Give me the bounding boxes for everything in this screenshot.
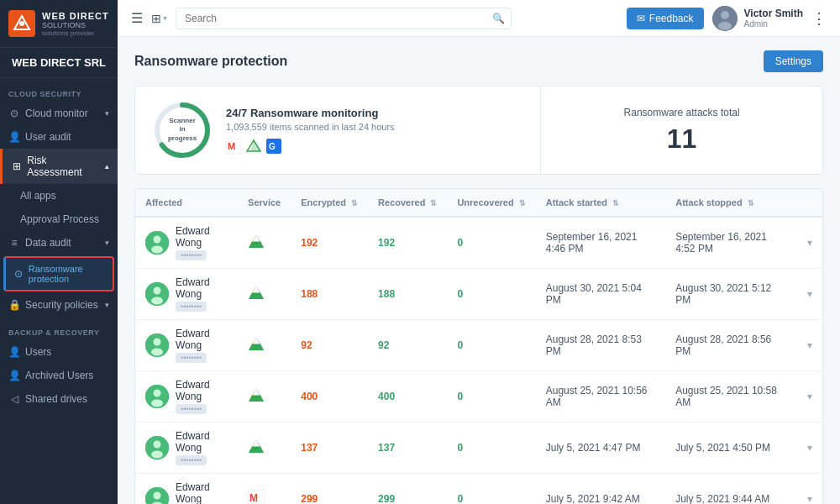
section-backup-recovery: BACKUP & RECOVERY bbox=[0, 317, 118, 340]
user-name-cell: Edward Wong bbox=[176, 276, 228, 300]
svg-point-38 bbox=[151, 400, 163, 407]
user-sub: •••••••• bbox=[176, 353, 207, 363]
sidebar-item-all-apps[interactable]: All apps bbox=[0, 184, 118, 207]
user-name-cell: Edward Wong bbox=[176, 481, 228, 504]
encrypted-value: 137 bbox=[301, 442, 318, 454]
sidebar-item-data-audit[interactable]: ≡ Data audit ▾ bbox=[0, 231, 118, 255]
svg-text:G: G bbox=[269, 142, 276, 151]
sidebar-item-approval-process[interactable]: Approval Process bbox=[0, 207, 118, 231]
svg-point-1 bbox=[19, 21, 24, 26]
archived-users-icon: 👤 bbox=[8, 370, 20, 381]
sidebar-item-user-audit[interactable]: 👤 User audit bbox=[0, 125, 118, 149]
cell-attack-started: August 30, 2021 5:04 PM bbox=[536, 269, 665, 320]
sidebar-item-label: Data audit bbox=[25, 237, 71, 249]
sidebar-item-archived-users[interactable]: 👤 Archived Users bbox=[0, 364, 118, 387]
cell-expand[interactable]: ▾ bbox=[797, 423, 822, 474]
data-audit-icon: ≡ bbox=[8, 237, 20, 249]
logo-title: WEB DIRECT bbox=[42, 11, 109, 21]
topbar-right: ✉ Feedback Victor Smith Admin ⋮ bbox=[627, 6, 827, 31]
user-name-cell: Edward Wong bbox=[176, 379, 228, 402]
col-recovered[interactable]: Recovered ⇅ bbox=[368, 189, 447, 217]
user-audit-icon: 👤 bbox=[8, 131, 20, 143]
sidebar-item-label: Security policies bbox=[25, 299, 98, 311]
user-role: Admin bbox=[744, 19, 803, 29]
encrypted-value: 188 bbox=[301, 288, 318, 300]
search-input[interactable] bbox=[176, 8, 512, 29]
attacks-label: Ransomware attacks total bbox=[624, 107, 740, 118]
gdrive-row-icon bbox=[248, 438, 265, 455]
svg-point-31 bbox=[151, 349, 163, 356]
unrecovered-value: 0 bbox=[457, 442, 463, 454]
sidebar-item-label: Approval Process bbox=[20, 213, 99, 225]
cell-attack-started: August 28, 2021 8:53 PM bbox=[536, 320, 665, 371]
unrecovered-value: 0 bbox=[457, 391, 463, 402]
sidebar-item-cloud-monitor[interactable]: ⊙ Cloud monitor ▾ bbox=[0, 102, 118, 125]
brand-name: WEB DIRECT SRL bbox=[0, 48, 118, 78]
user-name-block: Edward Wong •••••••• bbox=[176, 225, 228, 260]
expand-icon[interactable]: ▾ bbox=[807, 493, 812, 504]
main-content: ☰ ⊞ ▾ 🔍 ✉ Feedback bbox=[118, 0, 840, 504]
col-encrypted[interactable]: Encrypted ⇅ bbox=[291, 189, 368, 217]
hamburger-icon[interactable]: ☰ bbox=[131, 10, 143, 26]
more-options-icon[interactable]: ⋮ bbox=[811, 9, 827, 28]
sidebar-item-users[interactable]: 👤 Users bbox=[0, 340, 118, 364]
ransomware-icon: ⊙ bbox=[14, 268, 24, 280]
svg-point-4 bbox=[718, 22, 732, 30]
encrypted-value: 92 bbox=[301, 339, 312, 351]
expand-icon[interactable]: ▾ bbox=[807, 237, 812, 249]
col-attack-stopped[interactable]: Attack stopped ⇅ bbox=[665, 189, 797, 217]
cloud-monitor-icon: ⊙ bbox=[8, 108, 20, 119]
sidebar-item-ransomware-protection[interactable]: ⊙ Ransomware protection bbox=[3, 256, 114, 291]
recovered-value: 188 bbox=[378, 288, 395, 300]
cell-attack-stopped: August 30, 2021 5:12 PM bbox=[665, 269, 797, 320]
logo-tagline: solutions provider bbox=[42, 29, 109, 37]
svg-marker-28 bbox=[249, 292, 264, 299]
cell-expand[interactable]: ▾ bbox=[797, 217, 822, 269]
cell-expand[interactable]: ▾ bbox=[797, 269, 822, 320]
sidebar-item-security-policies[interactable]: 🔒 Security policies ▾ bbox=[0, 293, 118, 317]
table-header-row: Affected Service Encrypted ⇅ Recovered ⇅… bbox=[135, 189, 822, 217]
feedback-label: Feedback bbox=[649, 13, 694, 24]
cell-expand[interactable]: ▾ bbox=[797, 320, 822, 371]
cell-service bbox=[238, 320, 291, 371]
cell-attack-stopped: August 28, 2021 8:56 PM bbox=[665, 320, 797, 371]
user-name-block: Edward Wong •••••••• bbox=[176, 379, 228, 414]
cell-affected: Edward Wong •••••••• bbox=[135, 217, 238, 269]
sidebar-item-risk-assessment[interactable]: ⊞ Risk Assessment ▴ bbox=[0, 149, 118, 184]
sidebar-item-shared-drives[interactable]: ◁ Shared drives bbox=[0, 387, 118, 411]
col-attack-started[interactable]: Attack started ⇅ bbox=[536, 189, 665, 217]
sidebar-item-label: Archived Users bbox=[25, 370, 93, 381]
risk-assessment-icon: ⊞ bbox=[11, 160, 22, 172]
logo-area: WEB DIRECT SOLUTIONS solutions provider bbox=[0, 0, 118, 48]
grid-view-icon[interactable]: ⊞ ▾ bbox=[151, 12, 167, 25]
cell-unrecovered: 0 bbox=[447, 474, 535, 505]
chevron-down-icon: ▾ bbox=[105, 301, 109, 309]
cell-service bbox=[238, 423, 291, 474]
feedback-button[interactable]: ✉ Feedback bbox=[627, 8, 704, 29]
expand-icon[interactable]: ▾ bbox=[807, 391, 812, 402]
user-sub: •••••••• bbox=[176, 404, 207, 414]
expand-icon[interactable]: ▾ bbox=[807, 339, 812, 351]
user-name-block: Edward Wong •••••••• bbox=[176, 328, 228, 363]
gdrive-icon bbox=[246, 139, 261, 154]
expand-icon[interactable]: ▾ bbox=[807, 442, 812, 454]
logo-icon bbox=[8, 10, 35, 37]
cell-expand[interactable]: ▾ bbox=[797, 474, 822, 505]
gworkspace-icon: G bbox=[266, 139, 281, 154]
cell-expand[interactable]: ▾ bbox=[797, 371, 822, 423]
user-info[interactable]: Victor Smith Admin bbox=[712, 6, 803, 31]
table-row: Edward Wong •••••••• 188 188 0 August 30… bbox=[135, 269, 822, 320]
unrecovered-value: 0 bbox=[457, 288, 463, 300]
col-unrecovered[interactable]: Unrecovered ⇅ bbox=[447, 189, 535, 217]
cell-recovered: 92 bbox=[368, 320, 447, 371]
user-name: Victor Smith bbox=[744, 8, 803, 19]
settings-button[interactable]: Settings bbox=[764, 50, 823, 72]
user-name-cell: Edward Wong bbox=[176, 225, 228, 249]
table-row: Edward Wong •••••••• 400 400 0 August 25… bbox=[135, 371, 822, 423]
logo-subtitle: SOLUTIONS bbox=[42, 21, 109, 29]
expand-icon[interactable]: ▾ bbox=[807, 288, 812, 300]
sidebar-item-label: User audit bbox=[25, 131, 71, 143]
cell-recovered: 400 bbox=[368, 371, 447, 423]
gmail-row-icon: M bbox=[248, 490, 265, 505]
feedback-icon: ✉ bbox=[637, 13, 645, 24]
